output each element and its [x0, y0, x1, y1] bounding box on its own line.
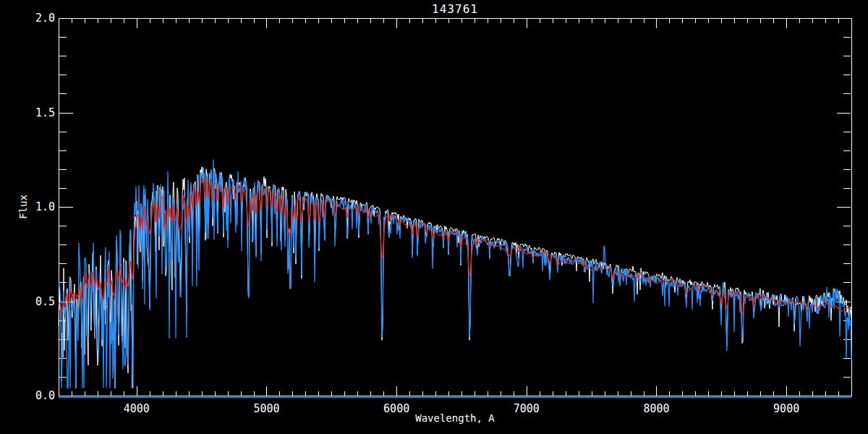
- y-tick-label: 0.0: [35, 389, 55, 402]
- spectrum-plot: 4000500060007000800090000.00.51.01.52.0 …: [0, 0, 868, 434]
- series-target-spectrum: [59, 159, 851, 388]
- x-axis-label: Wavelength, A: [415, 412, 495, 424]
- spectra: [59, 159, 851, 397]
- x-tick-label: 9000: [773, 402, 799, 415]
- y-tick-label: 0.5: [35, 295, 55, 308]
- x-tick-label: 5000: [253, 402, 279, 415]
- x-tick-label: 4000: [124, 402, 150, 415]
- spectrum-figure: 4000500060007000800090000.00.51.01.52.0 …: [0, 0, 868, 434]
- series-observed-spectrum: [59, 167, 851, 388]
- y-tick-label: 1.0: [35, 200, 55, 213]
- y-tick-label: 1.5: [35, 106, 55, 119]
- x-tick-label: 8000: [643, 402, 669, 415]
- plot-title: 143761: [432, 2, 478, 16]
- y-axis-label: Flux: [17, 195, 29, 219]
- x-tick-label: 6000: [383, 402, 409, 415]
- x-tick-label: 7000: [514, 402, 540, 415]
- y-tick-label: 2.0: [35, 12, 55, 25]
